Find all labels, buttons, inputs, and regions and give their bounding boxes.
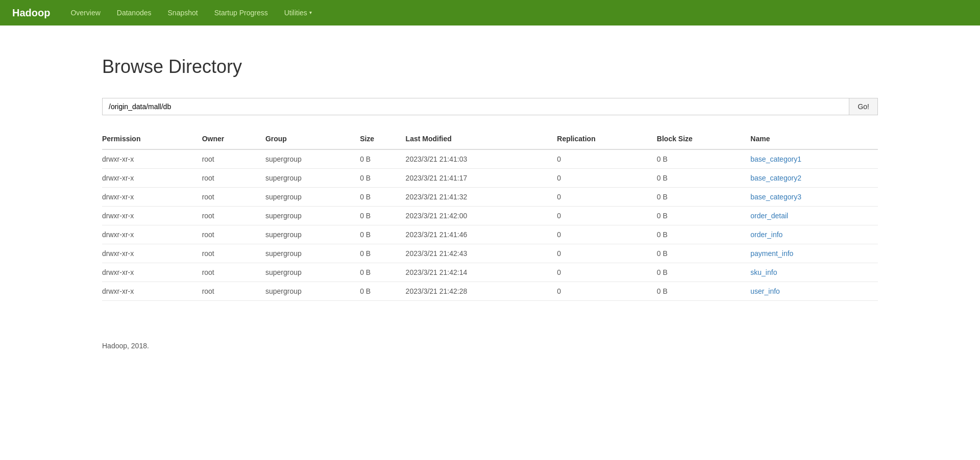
directory-link[interactable]: payment_info [750,249,793,258]
nav-item-snapshot[interactable]: Snapshot [160,0,206,25]
nav-link-overview[interactable]: Overview [62,0,108,25]
navbar: Hadoop Overview Datanodes Snapshot Start… [0,0,980,25]
col-group: Group [265,131,360,149]
nav-link-startup-progress[interactable]: Startup Progress [206,0,276,25]
cell-block-size: 0 B [657,244,750,263]
cell-size: 0 B [360,188,405,207]
table-row: drwxr-xr-xrootsupergroup0 B2023/3/21 21:… [102,282,878,301]
cell-name[interactable]: user_info [750,282,878,301]
cell-name[interactable]: base_category3 [750,188,878,207]
nav-link-utilities[interactable]: Utilities ▾ [276,0,320,25]
cell-name[interactable]: base_category1 [750,149,878,169]
cell-group: supergroup [265,263,360,282]
nav-item-utilities[interactable]: Utilities ▾ [276,0,320,25]
cell-block-size: 0 B [657,188,750,207]
directory-search-input[interactable] [102,98,849,115]
directory-link[interactable]: base_category1 [750,155,801,163]
cell-owner: root [202,188,265,207]
directory-link[interactable]: order_info [750,231,782,239]
table-row: drwxr-xr-xrootsupergroup0 B2023/3/21 21:… [102,263,878,282]
nav-item-startup-progress[interactable]: Startup Progress [206,0,276,25]
cell-replication: 0 [557,282,657,301]
cell-owner: root [202,149,265,169]
cell-last-modified: 2023/3/21 21:42:43 [406,244,557,263]
cell-last-modified: 2023/3/21 21:42:28 [406,282,557,301]
cell-permission: drwxr-xr-x [102,188,202,207]
cell-last-modified: 2023/3/21 21:41:03 [406,149,557,169]
cell-last-modified: 2023/3/21 21:41:46 [406,225,557,244]
cell-name[interactable]: sku_info [750,263,878,282]
cell-name[interactable]: base_category2 [750,169,878,188]
cell-block-size: 0 B [657,169,750,188]
col-size: Size [360,131,405,149]
nav-item-overview[interactable]: Overview [62,0,108,25]
cell-permission: drwxr-xr-x [102,225,202,244]
table-row: drwxr-xr-xrootsupergroup0 B2023/3/21 21:… [102,149,878,169]
cell-size: 0 B [360,244,405,263]
cell-replication: 0 [557,169,657,188]
directory-link[interactable]: user_info [750,287,780,295]
footer-text: Hadoop, 2018. [102,342,149,350]
col-replication: Replication [557,131,657,149]
cell-block-size: 0 B [657,282,750,301]
cell-size: 0 B [360,207,405,225]
table-row: drwxr-xr-xrootsupergroup0 B2023/3/21 21:… [102,188,878,207]
cell-owner: root [202,263,265,282]
table-body: drwxr-xr-xrootsupergroup0 B2023/3/21 21:… [102,149,878,301]
navbar-nav: Overview Datanodes Snapshot Startup Prog… [62,0,320,25]
cell-permission: drwxr-xr-x [102,169,202,188]
page-title: Browse Directory [102,56,878,78]
directory-link[interactable]: base_category3 [750,193,801,201]
cell-size: 0 B [360,169,405,188]
cell-last-modified: 2023/3/21 21:41:32 [406,188,557,207]
go-button[interactable]: Go! [849,98,878,115]
cell-permission: drwxr-xr-x [102,244,202,263]
search-bar: Go! [102,98,878,115]
col-name: Name [750,131,878,149]
cell-group: supergroup [265,169,360,188]
cell-name[interactable]: payment_info [750,244,878,263]
table-header-row: Permission Owner Group Size Last Modifie… [102,131,878,149]
cell-size: 0 B [360,263,405,282]
cell-last-modified: 2023/3/21 21:42:00 [406,207,557,225]
table-row: drwxr-xr-xrootsupergroup0 B2023/3/21 21:… [102,244,878,263]
cell-owner: root [202,244,265,263]
nav-link-snapshot[interactable]: Snapshot [160,0,206,25]
cell-name[interactable]: order_info [750,225,878,244]
cell-name[interactable]: order_detail [750,207,878,225]
cell-owner: root [202,169,265,188]
cell-permission: drwxr-xr-x [102,263,202,282]
main-content: Browse Directory Go! Permission Owner Gr… [0,25,980,321]
cell-replication: 0 [557,188,657,207]
cell-block-size: 0 B [657,149,750,169]
utilities-label: Utilities [284,0,307,25]
cell-permission: drwxr-xr-x [102,207,202,225]
cell-group: supergroup [265,188,360,207]
cell-group: supergroup [265,225,360,244]
cell-group: supergroup [265,207,360,225]
nav-link-datanodes[interactable]: Datanodes [109,0,160,25]
cell-last-modified: 2023/3/21 21:42:14 [406,263,557,282]
col-permission: Permission [102,131,202,149]
col-owner: Owner [202,131,265,149]
cell-group: supergroup [265,282,360,301]
cell-owner: root [202,282,265,301]
col-block-size: Block Size [657,131,750,149]
directory-link[interactable]: base_category2 [750,174,801,182]
table-row: drwxr-xr-xrootsupergroup0 B2023/3/21 21:… [102,225,878,244]
directory-link[interactable]: order_detail [750,212,788,220]
directory-link[interactable]: sku_info [750,268,777,276]
cell-group: supergroup [265,149,360,169]
nav-item-datanodes[interactable]: Datanodes [109,0,160,25]
cell-size: 0 B [360,282,405,301]
cell-replication: 0 [557,207,657,225]
navbar-brand[interactable]: Hadoop [12,7,50,19]
cell-block-size: 0 B [657,225,750,244]
cell-size: 0 B [360,225,405,244]
chevron-down-icon: ▾ [309,0,312,25]
cell-last-modified: 2023/3/21 21:41:17 [406,169,557,188]
cell-group: supergroup [265,244,360,263]
directory-table: Permission Owner Group Size Last Modifie… [102,131,878,301]
table-header: Permission Owner Group Size Last Modifie… [102,131,878,149]
table-row: drwxr-xr-xrootsupergroup0 B2023/3/21 21:… [102,207,878,225]
